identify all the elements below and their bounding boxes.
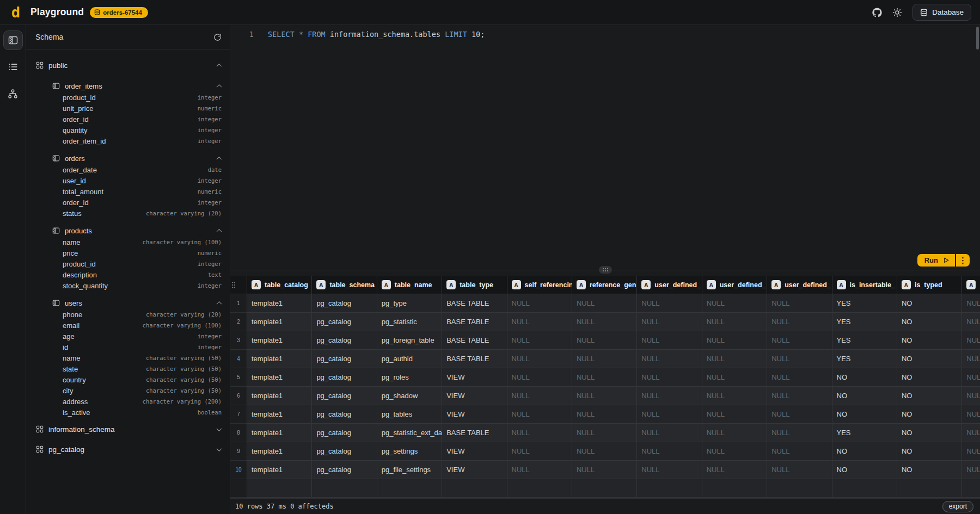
table-cell[interactable]: NULL xyxy=(702,424,767,442)
table-cell[interactable]: pg_authid xyxy=(377,350,442,368)
table-cell[interactable]: NULL xyxy=(702,350,767,368)
table-cell[interactable]: NULL xyxy=(702,405,767,424)
column-item-state[interactable]: statecharacter varying (50) xyxy=(26,363,230,374)
rail-er-diagram[interactable] xyxy=(3,84,23,103)
table-cell[interactable]: pg_type xyxy=(377,294,442,313)
table-cell[interactable]: NULL xyxy=(507,442,572,461)
table-cell[interactable]: NULL xyxy=(507,313,572,331)
row-number[interactable]: 10 xyxy=(230,461,247,479)
table-cell[interactable]: NULL xyxy=(507,461,572,479)
table-cell[interactable]: NULL xyxy=(702,442,767,461)
table-cell[interactable]: NULL xyxy=(767,461,831,479)
table-cell[interactable]: NULL xyxy=(507,368,572,387)
column-header-user_defined_[interactable]: Auser_defined_ xyxy=(636,276,701,294)
table-cell[interactable]: NULL xyxy=(767,387,831,405)
row-number[interactable]: 5 xyxy=(230,368,247,387)
table-cell[interactable]: template1 xyxy=(247,313,311,331)
table-cell[interactable]: YES xyxy=(832,424,897,442)
table-cell[interactable]: NULL xyxy=(572,405,636,424)
column-item-description[interactable]: descriptiontext xyxy=(26,269,230,280)
table-cell[interactable]: NULL xyxy=(572,313,636,331)
row-grip-handle[interactable] xyxy=(230,276,247,294)
table-cell[interactable]: NULL xyxy=(961,294,980,313)
table-cell[interactable]: pg_catalog xyxy=(311,350,376,368)
table-cell[interactable]: NO xyxy=(897,405,961,424)
schema-item-public[interactable]: public xyxy=(26,57,230,74)
row-number[interactable]: 2 xyxy=(230,313,247,331)
table-item-order_items[interactable]: order_items xyxy=(26,80,230,92)
table-cell[interactable]: BASE TABLE xyxy=(442,331,506,350)
table-cell[interactable]: NULL xyxy=(636,313,701,331)
column-header-table_name[interactable]: Atable_name xyxy=(377,276,442,294)
table-cell[interactable]: NULL xyxy=(507,350,572,368)
connection-badge[interactable]: orders-67544 xyxy=(90,7,148,18)
table-cell[interactable]: NO xyxy=(832,387,897,405)
table-cell[interactable]: NULL xyxy=(636,368,701,387)
column-item-product_id[interactable]: product_idinteger xyxy=(26,92,230,103)
column-item-order_id[interactable]: order_idinteger xyxy=(26,197,230,208)
table-cell[interactable]: NULL xyxy=(767,331,831,350)
table-cell[interactable]: pg_catalog xyxy=(311,313,376,331)
table-cell[interactable]: VIEW xyxy=(442,461,506,479)
table-cell[interactable]: NULL xyxy=(961,313,980,331)
table-cell[interactable]: VIEW xyxy=(442,442,506,461)
table-cell[interactable]: NO xyxy=(832,461,897,479)
table-item-products[interactable]: products xyxy=(26,225,230,237)
table-cell[interactable]: NULL xyxy=(702,313,767,331)
table-cell[interactable]: NULL xyxy=(507,405,572,424)
row-number[interactable]: 3 xyxy=(230,331,247,350)
column-item-email[interactable]: emailcharacter varying (100) xyxy=(26,320,230,331)
table-cell[interactable]: NULL xyxy=(702,461,767,479)
table-cell[interactable]: NULL xyxy=(702,387,767,405)
table-item-orders[interactable]: orders xyxy=(26,152,230,164)
column-item-name[interactable]: namecharacter varying (100) xyxy=(26,237,230,247)
table-cell[interactable]: template1 xyxy=(247,461,311,479)
column-item-stock_quantity[interactable]: stock_quantityinteger xyxy=(26,280,230,291)
table-cell[interactable]: BASE TABLE xyxy=(442,294,506,313)
table-cell[interactable]: NULL xyxy=(572,442,636,461)
table-cell[interactable]: NULL xyxy=(507,424,572,442)
table-cell[interactable]: NULL xyxy=(767,442,831,461)
table-cell[interactable]: NULL xyxy=(702,294,767,313)
table-cell[interactable]: NULL xyxy=(636,405,701,424)
column-item-status[interactable]: statuscharacter varying (20) xyxy=(26,208,230,219)
table-cell[interactable]: pg_statistic_ext_da xyxy=(377,424,442,442)
table-cell[interactable]: NULL xyxy=(961,461,980,479)
table-cell[interactable]: NULL xyxy=(572,331,636,350)
database-button[interactable]: Database xyxy=(912,4,971,21)
column-item-user_id[interactable]: user_idinteger xyxy=(26,175,230,186)
column-item-order_item_id[interactable]: order_item_idinteger xyxy=(26,135,230,146)
table-cell[interactable]: NO xyxy=(897,368,961,387)
column-item-city[interactable]: citycharacter varying (50) xyxy=(26,385,230,396)
table-cell[interactable]: NO xyxy=(897,461,961,479)
theme-toggle-sun-icon[interactable] xyxy=(892,8,902,17)
table-cell[interactable]: NULL xyxy=(572,387,636,405)
row-number[interactable]: 8 xyxy=(230,424,247,442)
table-cell[interactable]: NO xyxy=(832,368,897,387)
table-cell[interactable]: pg_catalog xyxy=(311,405,376,424)
table-cell[interactable]: NULL xyxy=(961,442,980,461)
column-header-col12[interactable]: A xyxy=(961,276,980,294)
rail-schema-panel[interactable] xyxy=(3,30,23,50)
table-cell[interactable]: pg_tables xyxy=(377,405,442,424)
editor-scrollbar[interactable] xyxy=(976,27,979,49)
table-cell[interactable]: NULL xyxy=(507,331,572,350)
table-cell[interactable]: pg_shadow xyxy=(377,387,442,405)
refresh-icon[interactable] xyxy=(213,33,222,41)
table-cell[interactable]: template1 xyxy=(247,368,311,387)
table-cell[interactable]: pg_catalog xyxy=(311,387,376,405)
table-cell[interactable]: NO xyxy=(897,442,961,461)
table-cell[interactable]: NULL xyxy=(702,368,767,387)
column-header-is_typed[interactable]: Ais_typed xyxy=(897,276,961,294)
table-cell[interactable]: template1 xyxy=(247,405,311,424)
table-cell[interactable]: NULL xyxy=(961,350,980,368)
column-item-name[interactable]: namecharacter varying (50) xyxy=(26,352,230,363)
table-cell[interactable]: NULL xyxy=(767,405,831,424)
table-cell[interactable]: pg_catalog xyxy=(311,461,376,479)
table-cell[interactable]: NULL xyxy=(636,424,701,442)
table-cell[interactable]: NULL xyxy=(636,331,701,350)
sql-editor[interactable]: 1 SELECT * FROM information_schema.table… xyxy=(230,25,980,270)
table-cell[interactable]: YES xyxy=(832,294,897,313)
column-item-unit_price[interactable]: unit_pricenumeric xyxy=(26,103,230,114)
column-item-is_active[interactable]: is_activeboolean xyxy=(26,407,230,418)
